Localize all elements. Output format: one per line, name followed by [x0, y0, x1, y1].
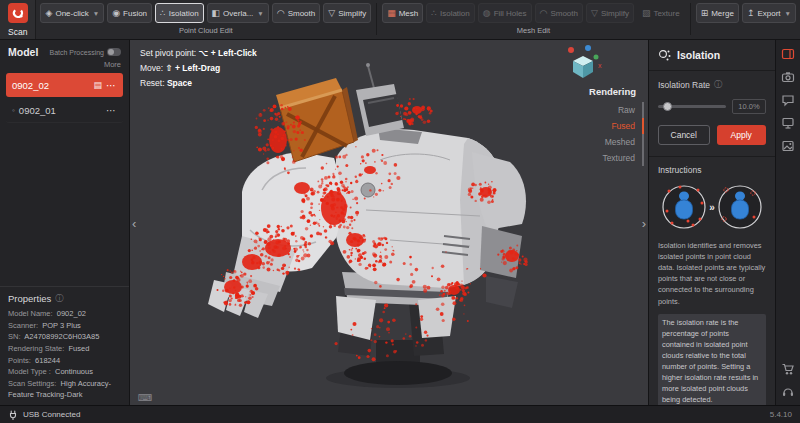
isolation-rate-label: Isolation Rate: [658, 80, 710, 90]
chat-icon[interactable]: [781, 93, 795, 107]
mesh-icon: ▦: [387, 9, 396, 18]
overlap-icon: ◧: [212, 9, 221, 18]
isolation-button[interactable]: ∴ Isolation: [155, 3, 204, 23]
usb-plug-icon: [8, 410, 18, 420]
viewport-3d[interactable]: Set pivot point: ⌥ + Left-Click Move: ⇧ …: [130, 40, 648, 405]
isolation-rate-value: 10.0%: [732, 99, 766, 114]
view-gizmo[interactable]: x: [562, 44, 604, 86]
isolation-panel: Isolation Isolation Rate ⓘ 10.0% Cancel …: [648, 40, 775, 405]
collapse-left-panel-button[interactable]: ‹: [132, 215, 136, 230]
revopoint-logo-icon: [12, 7, 24, 19]
panel-divider: [649, 156, 775, 157]
isolation-icon: ∴: [431, 9, 437, 18]
toolbar-divider: [690, 3, 691, 35]
monitor-icon[interactable]: [781, 116, 795, 130]
right-icon-strip: [775, 40, 800, 405]
isolation-rate-slider[interactable]: [658, 102, 726, 111]
mesh-isolation-button[interactable]: ∴ Isolation: [426, 3, 475, 23]
merge-button[interactable]: ⊞ Merge: [696, 3, 739, 23]
texture-button[interactable]: ▨ Texture: [637, 3, 685, 23]
isolation-tool-icon[interactable]: [781, 47, 795, 61]
model-item-menu-button[interactable]: ⋯: [106, 80, 117, 91]
tab-scan-label: Scan: [8, 27, 27, 37]
instructions-paragraph-2: The isolation rate is the percentage of …: [658, 314, 766, 405]
model-sidebar: Model Batch Processing More 0902_02 ▤ ⋯ …: [0, 40, 130, 405]
isolation-icon: ∴: [160, 9, 166, 18]
simplify-icon: ▽: [328, 9, 335, 18]
properties-section: Properties ⓘ Model Name: 0902_02 Scanner…: [0, 286, 129, 405]
keyboard-shortcuts-icon[interactable]: ⌨: [138, 392, 152, 403]
one-click-button[interactable]: ◈ One-click ▼: [40, 3, 104, 23]
toolbar-buttons-area: ◈ One-click ▼ ◉ Fusion ∴ Isolation ◧ O: [36, 0, 800, 39]
scan-tab[interactable]: Scan: [0, 0, 36, 39]
cancel-button[interactable]: Cancel: [658, 125, 710, 145]
mesh-simplify-button[interactable]: ▽ Simplify: [586, 3, 634, 23]
mesh-button[interactable]: ▦ Mesh: [382, 3, 423, 23]
gizmo-red-axis-dot: [568, 47, 574, 53]
brand-logo: [8, 3, 28, 23]
cart-icon[interactable]: [781, 362, 795, 376]
smooth-icon: ◠: [277, 9, 285, 18]
gizmo-green-axis-dot: [594, 55, 599, 60]
rendering-option-textured[interactable]: Textured: [589, 150, 642, 166]
model-item-menu-button[interactable]: ⋯: [106, 105, 117, 116]
gizmo-x-axis-label: x: [598, 62, 602, 69]
arrow-glyph: »: [709, 202, 715, 213]
rendering-panel: Rendering Raw Fused Meshed Textured: [589, 86, 644, 166]
collapse-right-panel-button[interactable]: ›: [642, 215, 646, 230]
mesh-edit-group: ▦ Mesh ∴ Isolation ◍ Fill Holes ◠ Smooth: [382, 3, 685, 35]
viewport-hints: Set pivot point: ⌥ + Left-Click Move: ⇧ …: [140, 46, 257, 91]
apply-button[interactable]: Apply: [717, 125, 767, 145]
isolation-illustration: »: [660, 181, 764, 233]
export-button[interactable]: ↥ Export ▼: [742, 3, 796, 23]
app-root: Scan ◈ One-click ▼ ◉ Fusion ∴ Iso: [0, 0, 800, 423]
toolbar-divider: [376, 3, 377, 35]
fill-holes-icon: ◍: [483, 9, 491, 18]
rendering-option-raw[interactable]: Raw: [589, 102, 642, 118]
property-row: Points: 618244: [8, 355, 121, 367]
fusion-button[interactable]: ◉ Fusion: [107, 3, 152, 23]
fill-holes-button[interactable]: ◍ Fill Holes: [478, 3, 532, 23]
status-bar: USB Connected 5.4.10: [0, 405, 800, 423]
instructions-paragraph-1: Isolation identifies and removes isolate…: [658, 240, 766, 307]
support-headset-icon[interactable]: [781, 385, 795, 399]
model-item[interactable]: ◦ 0902_01 ⋯: [6, 99, 123, 123]
property-row: Rendering State: Fused: [8, 343, 121, 355]
camera-icon[interactable]: [781, 70, 795, 84]
rendering-option-meshed[interactable]: Meshed: [589, 134, 642, 150]
instructions-title: Instructions: [658, 165, 766, 175]
viewport-3d-canvas[interactable]: [130, 40, 648, 405]
simplify-icon: ▽: [591, 9, 598, 18]
model-item[interactable]: 0902_02 ▤ ⋯: [6, 73, 123, 97]
point-cloud-dot-icon: ◦: [12, 106, 15, 115]
property-row: SN: A24708992C6H03A85: [8, 331, 121, 343]
property-row: Model Type : Continuous: [8, 366, 121, 378]
overlap-button[interactable]: ◧ Overla... ▼: [207, 3, 269, 23]
smooth-button[interactable]: ◠ Smooth: [272, 3, 320, 23]
simplify-button[interactable]: ▽ Simplify: [323, 3, 371, 23]
texture-icon: ▨: [642, 9, 651, 18]
image-icon[interactable]: [781, 139, 795, 153]
merge-icon: ⊞: [701, 9, 709, 18]
rendering-title: Rendering: [589, 86, 644, 97]
info-icon[interactable]: ⓘ: [55, 293, 63, 304]
fusion-icon: ◉: [112, 9, 120, 18]
properties-title: Properties: [8, 293, 51, 304]
export-icon: ↥: [747, 9, 755, 18]
info-icon[interactable]: ⓘ: [714, 79, 722, 90]
property-row: Scan Settings: High Accuracy-Feature Tra…: [8, 378, 121, 401]
app-version: 5.4.10: [770, 410, 792, 419]
more-link[interactable]: More: [0, 60, 129, 73]
top-toolbar: Scan ◈ One-click ▼ ◉ Fusion ∴ Iso: [0, 0, 800, 40]
output-group: ⊞ Merge ↥ Export ▼: [696, 3, 796, 23]
rendering-option-fused[interactable]: Fused: [589, 118, 644, 134]
mesh-smooth-button[interactable]: ◠ Smooth: [535, 3, 583, 23]
slider-handle[interactable]: [663, 102, 672, 111]
chevron-down-icon: ▼: [257, 10, 263, 17]
batch-processing-toggle[interactable]: Batch Processing: [50, 48, 121, 56]
point-cloud-edit-group: ◈ One-click ▼ ◉ Fusion ∴ Isolation ◧ O: [40, 3, 371, 35]
model-list: 0902_02 ▤ ⋯ ◦ 0902_01 ⋯: [0, 73, 129, 123]
mesh-edit-label: Mesh Edit: [382, 26, 685, 35]
model-badge-icon: ▤: [93, 80, 102, 90]
batch-processing-switch[interactable]: [107, 48, 121, 56]
